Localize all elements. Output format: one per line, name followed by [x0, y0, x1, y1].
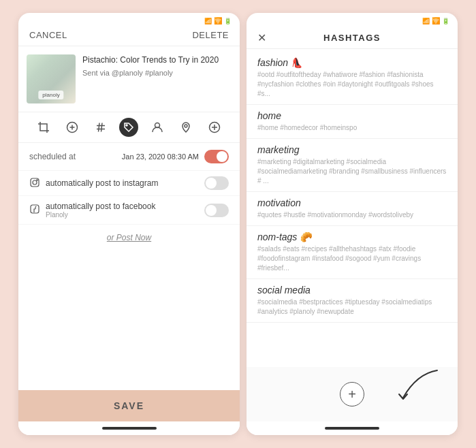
post-content: planoly Pistachio: Color Trends to Try i… [18, 46, 240, 112]
close-button[interactable]: ✕ [257, 31, 266, 44]
hashtag-category-social-media: social media [257, 285, 447, 295]
hashtag-item-home[interactable]: home #home #homedecor #homeinspo [247, 105, 458, 139]
wifi-icon-right: 🛜 [432, 17, 440, 25]
hashtags-header: ✕ HASHTAGS [247, 27, 458, 49]
top-nav: CANCEL DELETE [18, 27, 240, 46]
post-now-row: or Post Now [18, 225, 240, 251]
facebook-icon [29, 204, 40, 217]
home-bar-right [325, 427, 379, 430]
right-panel: 📶 🛜 🔋 ✕ HASHTAGS fashion 👠 #ootd #outfit… [247, 13, 458, 435]
hashtag-item-marketing[interactable]: marketing #marketing #digitalmarketing #… [247, 139, 458, 192]
instagram-icon [29, 177, 40, 190]
crop-icon[interactable] [34, 118, 53, 137]
schedule-value: Jan 23, 2020 08:30 AM [122, 153, 199, 161]
hashtag-icon[interactable] [91, 118, 110, 137]
empty-area [18, 251, 240, 390]
facebook-sub: Planoly [46, 211, 155, 219]
hashtag-item-motivation[interactable]: motivation #quotes #hustle #motivationmo… [247, 192, 458, 226]
signal-icon-right: 📶 [422, 18, 430, 25]
schedule-row: scheduled at Jan 23, 2020 08:30 AM [18, 143, 240, 171]
edit-toolbar [18, 112, 240, 143]
add-icon[interactable] [205, 118, 224, 137]
hashtag-category-nom-tags: nom-tags 🥐 [257, 231, 447, 242]
instagram-left: automatically post to instagram [29, 177, 158, 190]
save-bar[interactable]: SAVE [18, 390, 240, 421]
facebook-label: automatically post to facebook [46, 202, 155, 211]
hashtag-item-fashion[interactable]: fashion 👠 #ootd #outfitoftheday #whatiwo… [247, 52, 458, 105]
svg-point-6 [33, 180, 37, 185]
instagram-toggle[interactable] [204, 176, 229, 190]
instagram-row: automatically post to instagram [18, 171, 240, 196]
post-now-link[interactable]: or Post Now [107, 233, 151, 242]
hashtags-title: HASHTAGS [323, 33, 381, 43]
hashtag-tags-social-media: #socialmedia #bestpractices #tiptuesday … [257, 298, 447, 317]
status-icons-right: 📶 🛜 🔋 [422, 17, 449, 25]
home-indicator-right [247, 421, 458, 435]
battery-icon-right: 🔋 [442, 18, 449, 25]
status-bar-right: 📶 🛜 🔋 [247, 13, 458, 27]
home-indicator-left [18, 421, 240, 435]
tag-icon[interactable] [119, 118, 138, 137]
schedule-toggle[interactable] [204, 150, 229, 163]
svg-point-1 [126, 125, 127, 126]
signal-icon: 📶 [204, 18, 212, 25]
battery-icon: 🔋 [224, 18, 232, 25]
instagram-label: automatically post to instagram [46, 178, 158, 188]
location-icon[interactable] [176, 118, 195, 137]
hashtag-tags-home: #home #homedecor #homeinspo [257, 123, 447, 133]
schedule-right: Jan 23, 2020 08:30 AM [122, 150, 229, 163]
post-caption: Sent via @planoly #planoly [82, 69, 232, 77]
hashtag-tags-marketing: #marketing #digitalmarketing #socialmedi… [257, 157, 447, 186]
app-container: 📶 🛜 🔋 CANCEL DELETE planoly Pistachio: C… [0, 0, 476, 448]
left-panel: 📶 🛜 🔋 CANCEL DELETE planoly Pistachio: C… [18, 13, 240, 435]
facebook-toggle[interactable] [204, 204, 229, 217]
hashtag-item-nom-tags[interactable]: nom-tags 🥐 #salads #eats #recipes #allth… [247, 226, 458, 279]
svg-point-7 [37, 179, 37, 180]
home-bar-left [102, 427, 157, 430]
arrow-decoration [390, 367, 444, 404]
add-circle-icon[interactable] [63, 118, 82, 137]
delete-button[interactable]: DELETE [192, 30, 229, 40]
hashtag-tags-motivation: #quotes #hustle #motivationmonday #words… [257, 210, 447, 220]
hashtag-list: fashion 👠 #ootd #outfitoftheday #whatiwo… [247, 49, 458, 367]
schedule-label: scheduled at [29, 152, 76, 161]
hashtag-tags-fashion: #ootd #outfitoftheday #whatiwore #fashio… [257, 70, 447, 99]
add-hashtag-button[interactable]: + [340, 382, 364, 406]
status-bar-left: 📶 🛜 🔋 [18, 13, 240, 27]
hashtag-category-fashion: fashion 👠 [257, 57, 447, 68]
hashtag-category-home: home [257, 110, 447, 121]
status-icons-left: 📶 🛜 🔋 [204, 17, 232, 25]
hashtag-tags-nom-tags: #salads #eats #recipes #allthehashtags #… [257, 244, 447, 273]
post-thumbnail: planoly [27, 54, 76, 103]
post-title: Pistachio: Color Trends to Try in 2020 [82, 54, 232, 66]
wifi-icon: 🛜 [214, 17, 222, 25]
user-icon[interactable] [148, 118, 167, 137]
save-button[interactable]: SAVE [114, 400, 144, 411]
facebook-left: automatically post to facebook Planoly [29, 202, 155, 219]
thumb-label: planoly [38, 91, 63, 99]
cancel-button[interactable]: CANCEL [29, 30, 67, 40]
hashtag-category-marketing: marketing [257, 144, 447, 155]
facebook-row: automatically post to facebook Planoly [18, 196, 240, 225]
add-button-area: + [247, 367, 458, 421]
svg-point-3 [185, 125, 187, 127]
post-text: Pistachio: Color Trends to Try in 2020 S… [82, 54, 232, 103]
facebook-text: automatically post to facebook Planoly [46, 202, 155, 219]
hashtag-category-motivation: motivation [257, 197, 447, 208]
hashtag-item-social-media[interactable]: social media #socialmedia #bestpractices… [247, 279, 458, 323]
